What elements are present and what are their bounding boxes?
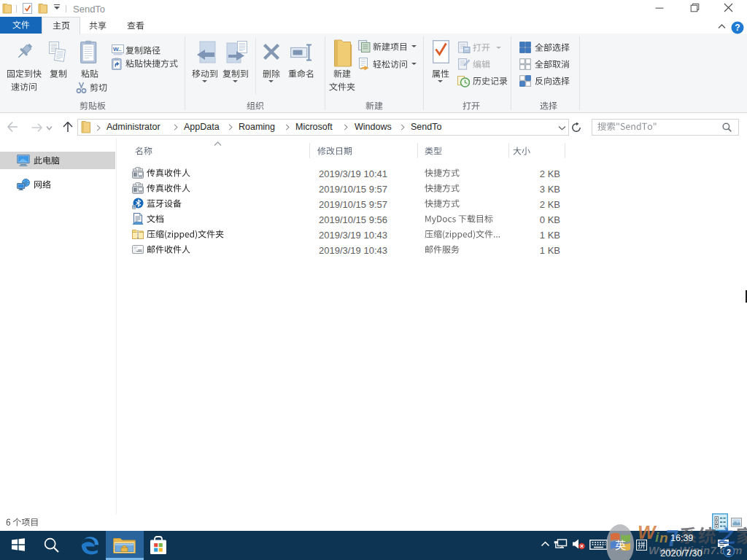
svg-text:W..: W..	[113, 46, 122, 52]
svg-text:?: ?	[735, 23, 740, 33]
